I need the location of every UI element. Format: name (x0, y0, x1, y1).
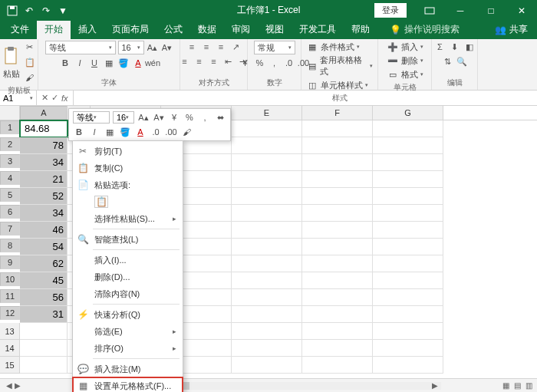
row-header[interactable]: 15 (0, 357, 20, 374)
close-button[interactable]: ✕ (506, 0, 537, 21)
cell[interactable]: 54 (20, 239, 68, 255)
login-button[interactable]: 登录 (374, 3, 407, 18)
tab-help[interactable]: 帮助 (344, 20, 377, 39)
view-normal-icon[interactable]: ▦ (502, 381, 509, 390)
row-header[interactable]: 14 (0, 340, 20, 357)
fill-color-button[interactable]: 🪣 (117, 57, 130, 69)
minimize-button[interactable]: ─ (445, 0, 476, 21)
col-header-a[interactable]: A (20, 106, 68, 120)
border-button[interactable]: ▦ (103, 57, 115, 69)
view-page-icon[interactable]: ▤ (514, 381, 521, 390)
paste-option-icon[interactable]: 📋 (94, 196, 108, 208)
cell-styles-button[interactable]: ◫单元格样式 ▾ (306, 79, 368, 91)
ctx-cut[interactable]: ✂剪切(T) (73, 143, 183, 160)
share-button[interactable]: 👥共享 (486, 20, 537, 39)
align-right-icon[interactable]: ≡ (208, 55, 220, 68)
format-painter-icon[interactable]: 🖌 (24, 71, 36, 84)
row-header[interactable]: 12 (0, 306, 20, 320)
row-header[interactable]: 10 (0, 272, 20, 286)
mini-merge-icon[interactable]: ⬌ (214, 111, 226, 124)
font-name-select[interactable]: 等线▾ (45, 41, 116, 54)
view-break-icon[interactable]: ▥ (525, 381, 532, 390)
fx-icon[interactable]: fx (61, 94, 68, 103)
cell[interactable]: 45 (20, 272, 68, 289)
mini-inc-decimal-icon[interactable]: .0 (150, 126, 162, 138)
tab-review[interactable]: 审阅 (224, 20, 258, 39)
tab-data[interactable]: 数据 (190, 20, 224, 39)
format-as-table-button[interactable]: ▤套用表格格式 ▾ (306, 54, 373, 77)
cut-icon[interactable]: ✂ (24, 41, 36, 53)
ctx-clear[interactable]: 清除内容(N) (73, 285, 183, 302)
cell[interactable]: 21 (20, 171, 68, 188)
ctx-format-cells[interactable]: ▦设置单元格格式(F)... (73, 377, 183, 392)
mini-format-painter-icon[interactable]: 🖌 (180, 126, 193, 138)
inc-decimal-icon[interactable]: .0 (283, 57, 295, 69)
find-icon[interactable]: 🔍 (456, 55, 468, 68)
cell[interactable]: 56 (20, 289, 68, 306)
mini-border-button[interactable]: ▦ (104, 126, 116, 138)
copy-icon[interactable]: 📋 (24, 56, 36, 68)
redo-icon[interactable]: ↷ (40, 5, 52, 17)
mini-italic-button[interactable]: I (88, 126, 100, 138)
mini-comma-icon[interactable]: , (199, 111, 211, 124)
mini-size-select[interactable]: 16▾ (113, 111, 134, 124)
align-bot-icon[interactable]: ≡ (215, 41, 227, 53)
tab-insert[interactable]: 插入 (71, 20, 104, 39)
paste-button[interactable]: 粘贴 (2, 45, 21, 80)
mini-shrink-font-icon[interactable]: A▾ (153, 111, 165, 124)
clear-icon[interactable]: ◧ (463, 41, 476, 53)
bold-button[interactable]: B (59, 57, 71, 69)
ctx-paste-gallery[interactable]: 📋 (73, 193, 183, 210)
cell[interactable]: 62 (20, 255, 68, 272)
underline-button[interactable]: U (88, 57, 100, 69)
cell[interactable]: 46 (20, 222, 68, 239)
mini-grow-font-icon[interactable]: A▴ (137, 111, 150, 124)
format-cells-button[interactable]: ▭格式 ▾ (387, 68, 423, 81)
delete-cells-button[interactable]: ➖删除 ▾ (387, 54, 423, 67)
sheet-nav[interactable]: ◀ ▶ (0, 381, 21, 390)
ctx-insert[interactable]: 插入(I)... (73, 252, 183, 268)
ribbon-options-icon[interactable] (414, 0, 445, 21)
sort-filter-icon[interactable]: ⇅ (441, 55, 453, 68)
row-header[interactable]: 8 (0, 239, 20, 252)
mini-dec-decimal-icon[interactable]: .00 (165, 126, 177, 138)
mini-fill-button[interactable]: 🪣 (119, 126, 131, 138)
font-color-button[interactable]: A (132, 57, 144, 69)
maximize-button[interactable]: □ (476, 0, 506, 21)
cell[interactable]: 78 (20, 137, 68, 154)
row-header[interactable]: 3 (0, 154, 20, 168)
shrink-font-icon[interactable]: A▾ (161, 41, 173, 54)
fill-icon[interactable]: ⬇ (449, 41, 461, 53)
comma-icon[interactable]: , (268, 57, 281, 69)
tell-me-search[interactable]: 💡操作说明搜索 (384, 20, 466, 39)
name-box[interactable]: A1▾ (0, 91, 37, 105)
fx-buttons[interactable]: ✕✓fx (37, 91, 74, 105)
enter-icon[interactable]: ✓ (51, 93, 58, 103)
mini-currency-icon[interactable]: ¥ (168, 111, 180, 124)
ctx-sort[interactable]: 排序(O) (73, 340, 183, 357)
number-format-select[interactable]: 常规▾ (254, 41, 295, 54)
mini-font-select[interactable]: 等线▾ (73, 111, 110, 124)
align-top-icon[interactable]: ≡ (186, 41, 198, 53)
tab-formulas[interactable]: 公式 (156, 20, 190, 39)
ctx-quick-analysis[interactable]: ⚡快速分析(Q) (73, 306, 183, 323)
tab-view[interactable]: 视图 (258, 20, 292, 39)
conditional-format-button[interactable]: ▦条件格式 ▾ (306, 41, 360, 53)
cell[interactable] (20, 357, 68, 374)
cell[interactable] (20, 340, 68, 357)
tab-file[interactable]: 文件 (3, 20, 37, 39)
indent-dec-icon[interactable]: ⇤ (222, 55, 235, 68)
ctx-copy[interactable]: 📋复制(C) (73, 160, 183, 176)
percent-icon[interactable]: % (254, 57, 266, 69)
cell[interactable]: 34 (20, 154, 68, 171)
col-header-g[interactable]: G (373, 106, 443, 120)
qat-dropdown-icon[interactable]: ▼ (57, 5, 69, 17)
ctx-delete[interactable]: 删除(D)... (73, 268, 183, 285)
ctx-smart-lookup[interactable]: 🔍智能查找(L) (73, 231, 183, 248)
mini-font-color-button[interactable]: A (134, 126, 147, 138)
row-header[interactable]: 5 (0, 188, 20, 202)
row-header[interactable]: 11 (0, 289, 20, 303)
insert-cells-button[interactable]: ➕插入 ▾ (387, 41, 423, 53)
save-icon[interactable] (6, 5, 18, 17)
mini-bold-button[interactable]: B (73, 126, 85, 138)
